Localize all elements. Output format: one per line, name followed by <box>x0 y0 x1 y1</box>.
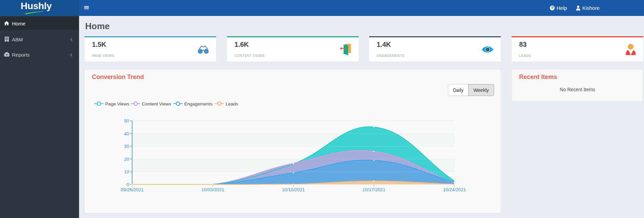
svg-text:Engagements: Engagements <box>184 101 213 106</box>
svg-text:?: ? <box>551 5 553 10</box>
svg-text:40: 40 <box>124 131 129 136</box>
svg-text:10/17/2021: 10/17/2021 <box>362 187 385 192</box>
svg-text:Content Views: Content Views <box>142 101 171 106</box>
svg-text:10: 10 <box>124 169 129 174</box>
svg-text:Leads: Leads <box>226 101 238 106</box>
svg-text:10/10/2021: 10/10/2021 <box>282 187 305 192</box>
svg-text:Page Views: Page Views <box>105 101 129 106</box>
svg-text:10/24/2021: 10/24/2021 <box>443 187 466 192</box>
svg-text:10/03/2021: 10/03/2021 <box>201 187 224 192</box>
svg-text:20: 20 <box>124 157 129 162</box>
svg-text:30: 30 <box>124 144 129 149</box>
svg-text:09/26/2021: 09/26/2021 <box>121 187 144 192</box>
svg-text:50: 50 <box>124 118 129 123</box>
svg-text:0: 0 <box>127 182 129 187</box>
